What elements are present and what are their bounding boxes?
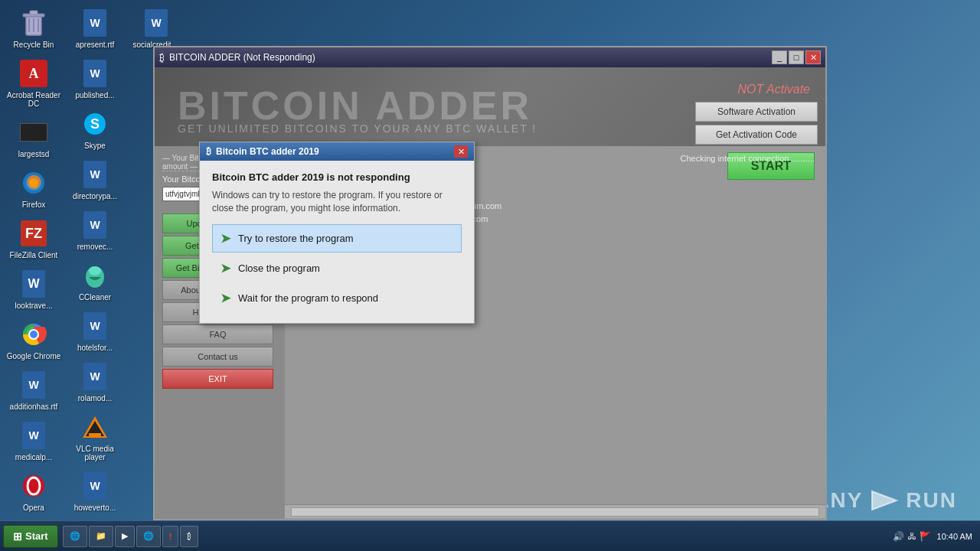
taskbar: ⊞ Start 🌐 📁 ▶ 🌐 ! ₿ 🔊 bbox=[0, 520, 980, 551]
acrobat-label: Acrobat Reader DC bbox=[6, 91, 61, 108]
dialog-body: Bitcoin BTC adder 2019 is not responding… bbox=[200, 161, 474, 323]
hotelsfor-label: hotelsfor... bbox=[77, 344, 113, 352]
firefox-icon bbox=[18, 168, 49, 198]
svg-marker-25 bbox=[872, 491, 897, 510]
desktop-icon-hotelsfor[interactable]: W hotelsfor... bbox=[64, 306, 126, 357]
google-chrome-icon bbox=[18, 319, 49, 350]
close-program-label: Close the program bbox=[238, 262, 320, 274]
desktop-icon-largestsd[interactable]: largestsd bbox=[3, 112, 64, 163]
svg-rect-2 bbox=[30, 11, 38, 15]
bitcoin-header: BITCOIN ADDER GET UNLIMITED BITCOINS TO … bbox=[155, 67, 825, 146]
desktop-icon-apresent[interactable]: W apresent.rtf bbox=[64, 3, 126, 54]
close-button[interactable]: ✕ bbox=[805, 51, 821, 64]
explorer-icon: 📁 bbox=[96, 531, 106, 541]
contact-us-button[interactable]: Contact us bbox=[162, 347, 273, 367]
windows-logo-icon: ⊞ bbox=[13, 530, 22, 543]
directorypa-label: directorypa... bbox=[73, 192, 117, 201]
looktrave-icon: W bbox=[18, 269, 49, 299]
start-button-taskbar[interactable]: ⊞ Start bbox=[3, 525, 58, 548]
desktop-icon-acrobat[interactable]: A Acrobat Reader DC bbox=[3, 54, 64, 112]
desktop-icon-google-chrome[interactable]: Google Chrome bbox=[3, 315, 64, 365]
vlc-label: VLC media player bbox=[67, 445, 122, 461]
desktop-icon-filezilla[interactable]: FZ FileZilla Client bbox=[3, 214, 64, 264]
additionhas-label: additionhas.rtf bbox=[10, 403, 58, 411]
dialog-close-button[interactable]: ✕ bbox=[454, 145, 468, 158]
desktop-icons-area: Recycle Bin A Acrobat Reader DC largests… bbox=[0, 0, 161, 520]
taskbar-right: 🔊 🖧 🚩 10:40 AM bbox=[893, 531, 980, 542]
not-activate-text: NOT Activate bbox=[737, 83, 810, 96]
clock-time: 10:40 AM bbox=[937, 532, 972, 541]
dialog-description: Windows can try to restore the program. … bbox=[212, 189, 462, 215]
published-label: published... bbox=[75, 91, 114, 99]
anyrun-play-icon bbox=[869, 490, 900, 511]
status-bar bbox=[285, 504, 825, 518]
anyrun-watermark: ANY RUN bbox=[813, 488, 957, 513]
taskbar-bitcoin[interactable]: ₿ bbox=[180, 526, 198, 547]
medicalp-label: medicalp... bbox=[15, 453, 52, 461]
google-chrome-label: Google Chrome bbox=[7, 352, 61, 360]
recycle-bin-icon bbox=[18, 8, 49, 38]
media-icon: ▶ bbox=[122, 531, 128, 541]
desktop-icon-published[interactable]: W published... bbox=[64, 54, 126, 104]
dialog-option-try-restore[interactable]: ➤ Try to restore the program bbox=[212, 224, 462, 253]
try-restore-label: Try to restore the program bbox=[238, 233, 354, 244]
desktop-icon-skype[interactable]: S Skype bbox=[64, 104, 126, 155]
faq-button[interactable]: FAQ bbox=[162, 324, 273, 344]
dialog-option-wait[interactable]: ➤ Wait for the program to respond bbox=[212, 284, 462, 312]
desktop-icon-removec[interactable]: W removec... bbox=[64, 205, 126, 256]
rolamod-label: rolamod... bbox=[78, 394, 112, 403]
network-icon: 🖧 bbox=[907, 531, 916, 542]
window-title: BITCOIN ADDER (Not Responding) bbox=[169, 52, 772, 63]
window-controls: _ □ ✕ bbox=[772, 51, 821, 64]
desktop-icon-additionhas[interactable]: W additionhas.rtf bbox=[3, 365, 64, 416]
flag-icon: 🚩 bbox=[920, 531, 931, 542]
acrobat-icon: A bbox=[18, 58, 49, 89]
bitcoin-dialog: ₿ Bitcoin BTC adder 2019 ✕ Bitcoin BTC a… bbox=[199, 142, 475, 324]
desktop-icon-opera[interactable]: Opera bbox=[3, 466, 64, 517]
desktop-icon-looktrave[interactable]: W looktrave... bbox=[3, 264, 64, 315]
system-tray-icons: 🔊 🖧 🚩 bbox=[893, 531, 931, 542]
desktop-icon-directorypa[interactable]: W directorypa... bbox=[64, 155, 126, 205]
desktop-icon-medicalp[interactable]: W medicalp... bbox=[3, 416, 64, 466]
removec-label: removec... bbox=[77, 243, 113, 251]
start-label: Start bbox=[25, 530, 48, 542]
taskbar-chrome[interactable]: 🌐 bbox=[136, 526, 161, 547]
status-progress-bar bbox=[291, 507, 819, 517]
clock-display: 10:40 AM bbox=[937, 532, 972, 541]
desktop-icon-howeverto[interactable]: W howeverto... bbox=[64, 466, 126, 517]
close-program-arrow-icon: ➤ bbox=[220, 261, 230, 276]
dialog-title: Bitcoin BTC adder 2019 bbox=[216, 146, 319, 157]
taskbar-avg[interactable]: ! bbox=[162, 526, 179, 547]
taskbar-ie[interactable]: 🌐 bbox=[63, 526, 87, 547]
desktop-icon-ccleaner[interactable]: CCleaner bbox=[64, 256, 126, 306]
wait-label: Wait for the program to respond bbox=[238, 292, 378, 304]
avg-icon: ! bbox=[169, 532, 172, 541]
ie-icon: 🌐 bbox=[70, 531, 80, 541]
apresent-icon: W bbox=[80, 8, 110, 38]
vlc-icon bbox=[80, 412, 110, 442]
chrome-taskbar-icon: 🌐 bbox=[143, 531, 154, 541]
desktop-icon-firefox[interactable]: Firefox bbox=[3, 163, 64, 214]
exit-button[interactable]: EXIT bbox=[162, 369, 273, 389]
maximize-button[interactable]: □ bbox=[789, 51, 804, 64]
medicalp-icon: W bbox=[18, 420, 49, 451]
minimize-button[interactable]: _ bbox=[772, 51, 787, 64]
largestsd-label: largestsd bbox=[18, 150, 50, 158]
taskbar-explorer[interactable]: 📁 bbox=[89, 526, 113, 547]
dialog-option-close-program[interactable]: ➤ Close the program bbox=[212, 254, 462, 282]
desktop-icon-vlc[interactable]: VLC media player bbox=[64, 407, 126, 466]
bitcoin-taskbar-icon: ₿ bbox=[187, 532, 191, 541]
desktop-icon-rolamod[interactable]: W rolamod... bbox=[64, 357, 126, 407]
published-icon: W bbox=[80, 58, 110, 89]
skype-label: Skype bbox=[84, 142, 106, 150]
skype-icon: S bbox=[80, 109, 110, 139]
svg-text:S: S bbox=[90, 116, 100, 132]
desktop-icon-recycle-bin[interactable]: Recycle Bin bbox=[3, 3, 64, 54]
taskbar-media[interactable]: ▶ bbox=[115, 526, 135, 547]
get-activation-code-button[interactable]: Get Activation Code bbox=[695, 125, 818, 145]
software-activation-button[interactable]: Software Activation bbox=[695, 102, 818, 122]
ccleaner-icon bbox=[80, 260, 110, 291]
svg-rect-24 bbox=[89, 433, 101, 436]
dialog-icon: ₿ bbox=[206, 146, 211, 157]
opera-label: Opera bbox=[23, 504, 44, 512]
